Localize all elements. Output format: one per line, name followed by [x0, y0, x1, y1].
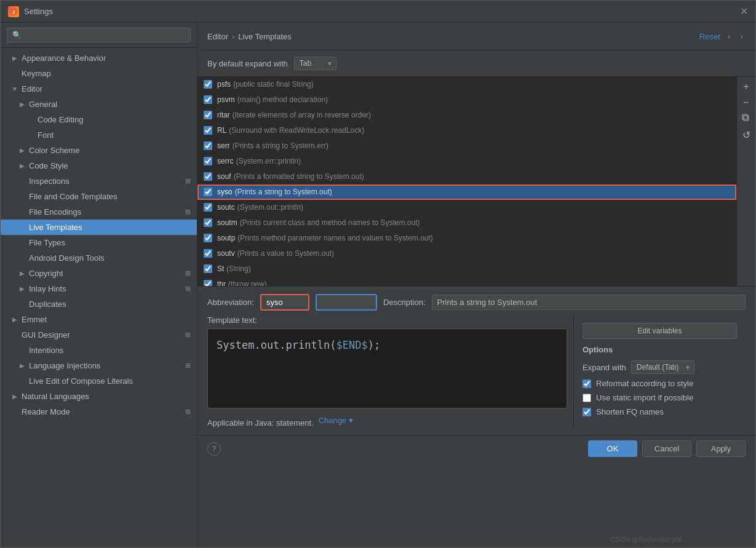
sidebar-item-label: Natural Languages	[22, 392, 191, 401]
sidebar-item-font[interactable]: Font	[1, 127, 197, 143]
abbreviation-input[interactable]	[260, 294, 309, 311]
remove-template-button[interactable]: −	[738, 95, 754, 110]
template-item-ritar[interactable]: ritar (Iterate elements of array in reve…	[197, 108, 736, 123]
template-checkbox-soutm[interactable]	[204, 218, 212, 227]
bottom-bar: ? OK Cancel Apply	[197, 435, 755, 462]
expand-icon	[18, 239, 26, 247]
template-item-serr[interactable]: serr (Prints a string to System.err)	[197, 138, 736, 154]
sidebar-item-label: Emmet	[22, 315, 191, 324]
template-item-soutm[interactable]: soutm (Prints current class and method n…	[197, 215, 736, 231]
expand-icon	[18, 193, 26, 201]
close-button[interactable]: ✕	[740, 6, 748, 17]
expand-dropdown[interactable]: Tab Enter Space	[294, 57, 336, 70]
template-checkbox-psfs[interactable]	[204, 80, 212, 89]
template-item-psvm[interactable]: psvm (main() method declaration)	[197, 92, 736, 108]
sidebar-item-file-encodings[interactable]: File Encodings ⊞	[1, 204, 197, 220]
template-checkbox-serrc[interactable]	[204, 157, 212, 165]
description-input[interactable]	[432, 295, 746, 310]
template-checkbox-st[interactable]	[204, 264, 212, 273]
sidebar-item-reader-mode[interactable]: Reader Mode ⊞	[1, 404, 197, 419]
sidebar-item-file-types[interactable]: File Types	[1, 235, 197, 250]
template-item-st[interactable]: St (String)	[197, 261, 736, 277]
template-item-psfs[interactable]: psfs (public static final String)	[197, 77, 736, 92]
sidebar-item-gui-designer[interactable]: GUI Designer ⊞	[1, 327, 197, 343]
sidebar-item-label: Live Templates	[29, 223, 191, 232]
sidebar-item-keymap[interactable]: Keymap	[1, 66, 197, 81]
static-import-checkbox[interactable]	[583, 394, 591, 402]
sidebar-item-general[interactable]: ▶ General	[1, 97, 197, 112]
sidebar-item-label: Color Scheme	[29, 146, 191, 155]
abbreviation-extra-input[interactable]	[316, 294, 377, 311]
template-checkbox-soutp[interactable]	[204, 234, 212, 242]
expand-icon: ▶	[18, 362, 26, 370]
reset-template-button[interactable]: ↺	[738, 128, 754, 143]
template-checkbox-thr[interactable]	[204, 280, 212, 286]
sidebar-item-label: Reader Mode	[22, 407, 183, 416]
sidebar-item-emmet[interactable]: ▶ Emmet	[1, 312, 197, 327]
template-item-serrc[interactable]: serrc (System.err::println)	[197, 154, 736, 169]
expand-icon: ▶	[18, 162, 26, 170]
template-checkbox-rl[interactable]	[204, 126, 212, 135]
template-item-soutc[interactable]: soutc (System.out::println)	[197, 200, 736, 215]
template-item-soutp[interactable]: soutp (Prints method parameter names and…	[197, 231, 736, 246]
sidebar-item-inspections[interactable]: Inspections ⊞	[1, 173, 197, 189]
forward-button[interactable]: ›	[738, 30, 746, 42]
sidebar-item-code-style[interactable]: ▶ Code Style	[1, 158, 197, 173]
template-checkbox-psvm[interactable]	[204, 95, 212, 104]
sidebar-item-label: Inlay Hints	[29, 284, 183, 293]
expand-icon: ▶	[10, 54, 19, 63]
sidebar-item-live-templates[interactable]: Live Templates	[1, 220, 197, 235]
sidebar-item-code-editing[interactable]: Code Editing	[1, 112, 197, 127]
change-link[interactable]: Change ▾	[319, 416, 353, 425]
sidebar-item-appearance[interactable]: ▶ Appearance & Behavior	[1, 50, 197, 66]
template-item-syso[interactable]: syso (Prints a string to System.out)	[197, 185, 736, 200]
cancel-button[interactable]: Cancel	[642, 440, 691, 457]
svg-rect-3	[742, 114, 747, 119]
breadcrumb-current: Live Templates	[238, 32, 291, 41]
reformat-checkbox[interactable]	[583, 379, 591, 388]
watermark: CSDN @Redamancy06	[611, 536, 682, 543]
shorten-fq-checkbox[interactable]	[583, 408, 591, 416]
template-list-container: psfs (public static final String) psvm (…	[197, 77, 755, 286]
expand-icon: ▶	[18, 269, 26, 278]
template-checkbox-ritar[interactable]	[204, 111, 212, 119]
sidebar-item-natural-languages[interactable]: ▶ Natural Languages	[1, 389, 197, 404]
expand-icon	[18, 208, 26, 216]
template-checkbox-souf[interactable]	[204, 172, 212, 181]
template-checkbox-serr[interactable]	[204, 141, 212, 150]
ok-button[interactable]: OK	[588, 440, 637, 457]
template-item-souf[interactable]: souf (Prints a formatted string to Syste…	[197, 169, 736, 185]
back-button[interactable]: ‹	[725, 30, 733, 42]
sidebar-item-inlay-hints[interactable]: ▶ Inlay Hints ⊞	[1, 281, 197, 296]
sidebar-item-duplicates[interactable]: Duplicates	[1, 296, 197, 312]
sidebar-item-label: Copyright	[29, 269, 183, 278]
template-checkbox-syso[interactable]	[204, 188, 212, 196]
badge-icon: ⊞	[185, 208, 191, 216]
expand-with-dropdown[interactable]: Default (Tab) Tab Enter	[631, 360, 694, 374]
template-item-thr[interactable]: thr (throw new)	[197, 277, 736, 286]
help-button[interactable]: ?	[207, 442, 221, 456]
reset-button[interactable]: Reset	[699, 32, 720, 41]
sidebar-item-editor[interactable]: ▼ Editor	[1, 81, 197, 97]
sidebar-item-color-scheme[interactable]: ▶ Color Scheme	[1, 143, 197, 158]
detail-section: Abbreviation: Description: Template text…	[197, 286, 755, 435]
expand-icon: ▶	[18, 146, 26, 155]
panel-header: Editor › Live Templates Reset ‹ ›	[197, 23, 755, 50]
template-checkbox-soutv[interactable]	[204, 249, 212, 258]
sidebar-item-intentions[interactable]: Intentions	[1, 343, 197, 358]
template-item-rl[interactable]: RL (Surround with ReadWriteLock.readLock…	[197, 123, 736, 138]
add-template-button[interactable]: +	[738, 79, 754, 94]
sidebar-item-live-edit[interactable]: Live Edit of Compose Literals	[1, 373, 197, 389]
template-checkbox-soutc[interactable]	[204, 203, 212, 212]
sidebar-item-language-injections[interactable]: ▶ Language Injections ⊞	[1, 358, 197, 373]
sidebar-item-label: Intentions	[29, 346, 191, 355]
search-input[interactable]	[7, 28, 191, 42]
sidebar-item-copyright[interactable]: ▶ Copyright ⊞	[1, 266, 197, 281]
expand-icon: ▼	[10, 85, 19, 93]
edit-variables-button[interactable]: Edit variables	[583, 323, 737, 339]
apply-button[interactable]: Apply	[696, 440, 746, 457]
sidebar-item-android-design[interactable]: Android Design Tools	[1, 250, 197, 266]
copy-template-button[interactable]	[738, 111, 754, 127]
sidebar-item-file-code-templates[interactable]: File and Code Templates	[1, 189, 197, 204]
template-item-soutv[interactable]: soutv (Prints a value to System.out)	[197, 246, 736, 261]
